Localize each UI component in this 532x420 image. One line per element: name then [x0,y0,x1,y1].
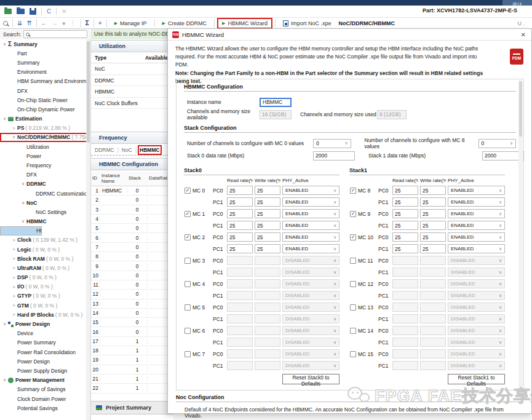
import-noc-button[interactable]: Import NoC .xpe [280,20,335,27]
stack1-mc-12-pc1-phy-select[interactable]: DISABLED∨ [448,291,505,300]
mc0-channels-select[interactable]: 0 ∨ [313,139,351,148]
stack1-mc-10-pc0-phy-select[interactable]: ENABLED∨ [448,232,505,242]
sidebar-item-ultraram[interactable]: >UltraRAM ( 0 W, 0 % ) [0,263,90,272]
scrollbar-thumb[interactable] [87,41,90,143]
stack1-mc-11-pc0-read-input[interactable] [392,256,418,265]
mc-3-checkbox[interactable] [185,258,191,264]
mc-7-checkbox[interactable] [185,351,191,357]
table-row[interactable]: 20 [91,196,173,205]
mc-4-checkbox[interactable] [185,281,191,287]
chevron-right-icon[interactable]: > [10,256,17,261]
stack0-mc-1-pc0-read-input[interactable] [227,209,253,218]
utilization-row-noc-clock-buffers[interactable]: NoC Clock Buffers [91,98,173,109]
record-icon[interactable]: ● [62,20,66,26]
stack1-mc-11-pc1-phy-select[interactable]: DISABLED∨ [448,267,505,277]
sidebar-item-environment[interactable]: Environment [0,68,90,77]
stack1-rate-input[interactable] [482,151,524,160]
tab-ddrmc[interactable]: DDRMC [95,147,114,153]
sidebar-item-power-summary[interactable]: Power Summary [0,338,90,347]
instance-name-input[interactable] [260,98,292,107]
sidebar-item-power-management[interactable]: ∨Power Management [0,376,90,385]
mc8-channels-select[interactable]: 0 ∨ [478,139,517,148]
forward-icon[interactable]: → [52,20,58,26]
mc-6-checkbox[interactable] [185,328,191,334]
stack0-mc-7-pc0-phy-select[interactable]: DISABLED∨ [282,349,339,359]
table-row[interactable]: 1712 [91,337,173,346]
table-row[interactable]: 160 [91,327,173,336]
mc-11-checkbox[interactable] [350,258,356,264]
stack1-mc-15-pc1-write-input[interactable] [420,361,446,370]
stack1-mc-15-pc1-phy-select[interactable]: DISABLED∨ [448,361,505,370]
sidebar-item-power-supply-design[interactable]: Power Supply Design [0,366,90,375]
sidebar-item-dsp[interactable]: >DSP ( 0 W, 0 % ) [0,273,90,282]
table-row[interactable]: 201 [91,365,173,374]
sidebar-item-ddrmc-customization[interactable]: DDRMC Customization [0,189,90,198]
sidebar-item-ps[interactable]: >PS ( 0.219 W, 2.86 % ) [0,124,90,133]
stack1-mc-12-pc1-write-input[interactable] [420,291,446,300]
stack0-mc-2-pc0-phy-select[interactable]: ENABLED∨ [282,232,339,242]
stack0-mc-7-pc1-phy-select[interactable]: DISABLED∨ [282,361,339,370]
table-row[interactable]: 80 [91,252,173,261]
chevron-down-icon[interactable]: ∨ [20,219,26,224]
stack0-mc-1-pc1-read-input[interactable] [227,221,253,230]
stack1-mc-11-pc0-phy-select[interactable]: DISABLED∨ [448,256,505,265]
search-input[interactable] [23,30,87,38]
stack0-mc-1-pc0-phy-select[interactable]: ENABLED∨ [282,209,339,218]
sidebar-item-hbmmc[interactable]: ∨HBMMC [0,217,90,226]
sidebar-item-potential-savings[interactable]: Potential Savings [0,403,90,413]
sidebar-item-on-chip-dynamic-power[interactable]: On-Chip Dynamic Power [0,105,90,114]
stack1-mc-11-pc1-read-input[interactable] [392,267,418,277]
stack0-mc-2-pc1-phy-select[interactable]: ENABLED∨ [282,244,339,253]
sidebar-item-block-ram[interactable]: >Block RAM ( 0 W, 0 % ) [0,254,90,263]
sidebar-item-dfx[interactable]: DFX [0,170,90,180]
sidebar-item-power-design[interactable]: Power Design [0,357,90,366]
utilization-row-noc[interactable]: NoC [91,63,173,75]
new-file-icon[interactable] [4,9,12,14]
chevron-down-icon[interactable]: ∨ [10,135,17,140]
table-row[interactable]: 70 [91,243,173,252]
open-file-icon[interactable] [17,9,25,14]
mc-1-checkbox[interactable]: ✓ [185,211,191,217]
stack1-mc-11-pc1-write-input[interactable] [420,267,446,277]
stack1-mc-15-pc0-write-input[interactable] [420,349,446,359]
stack1-mc-12-pc0-read-input[interactable] [392,279,418,288]
sidebar-item-device[interactable]: Device [0,329,90,338]
stack0-mc-1-pc1-phy-select[interactable]: ENABLED∨ [282,221,339,230]
stack1-mc-9-pc0-phy-select[interactable]: ENABLED∨ [448,209,505,218]
chevron-down-icon[interactable]: ∨ [1,42,8,47]
sidebar-item-hbmmc-configuration[interactable]: HBMMC Configuration [0,226,42,236]
stack0-mc-4-pc0-read-input[interactable] [227,279,253,288]
stack0-mc-1-pc1-write-input[interactable] [255,221,280,230]
sidebar-item-summary-of-savings[interactable]: Summary of Savings [0,385,90,394]
stack1-mc-10-pc0-read-input[interactable] [392,232,418,242]
stack1-mc-13-pc1-read-input[interactable] [392,314,418,323]
stack1-mc-14-pc0-write-input[interactable] [420,326,446,335]
table-row[interactable]: 100 [91,271,173,280]
project-summary-bar[interactable]: Project Summary [91,401,173,414]
sidebar-item-clock-domain-power[interactable]: Clock Domain Power [0,394,90,403]
chevron-right-icon[interactable]: > [10,285,17,289]
stack0-mc-5-pc1-write-input[interactable] [255,314,280,323]
chevron-right-icon[interactable]: > [10,294,17,298]
stack0-mc-7-pc0-write-input[interactable] [255,349,280,359]
stack1-mc-9-pc1-phy-select[interactable]: ENABLED∨ [448,221,505,230]
stack0-mc-5-pc0-read-input[interactable] [227,303,253,312]
sidebar-item-frequency[interactable]: Frequency [0,160,90,170]
chevron-right-icon[interactable]: > [10,303,17,307]
sigma-icon[interactable]: Σ [85,20,89,26]
stack1-mc-15-pc0-read-input[interactable] [392,349,418,359]
sidebar-item-on-chip-static-power[interactable]: On-Chip Static Power [0,95,90,105]
chevron-down-icon[interactable]: ∨ [1,378,8,382]
move-icon[interactable]: + [98,20,102,26]
stack1-mc-10-pc1-write-input[interactable] [420,244,446,253]
table-row[interactable]: 130 [91,299,173,309]
chevron-right-icon[interactable]: > [10,126,17,130]
mc-9-checkbox[interactable]: ✓ [350,211,356,217]
stack1-mc-13-pc1-phy-select[interactable]: DISABLED∨ [448,314,505,323]
chevron-right-icon[interactable]: > [10,247,17,252]
stack0-mc-0-pc1-write-input[interactable] [255,197,280,207]
refresh-icon[interactable]: C [47,8,51,15]
sidebar-item-clock[interactable]: >Clock ( 0.139 W, 1.42 % ) [0,236,90,245]
sidebar-item-noc-settings[interactable]: NoC Settings [0,207,90,216]
expand-all-icon[interactable]: ⇈ [26,20,31,26]
